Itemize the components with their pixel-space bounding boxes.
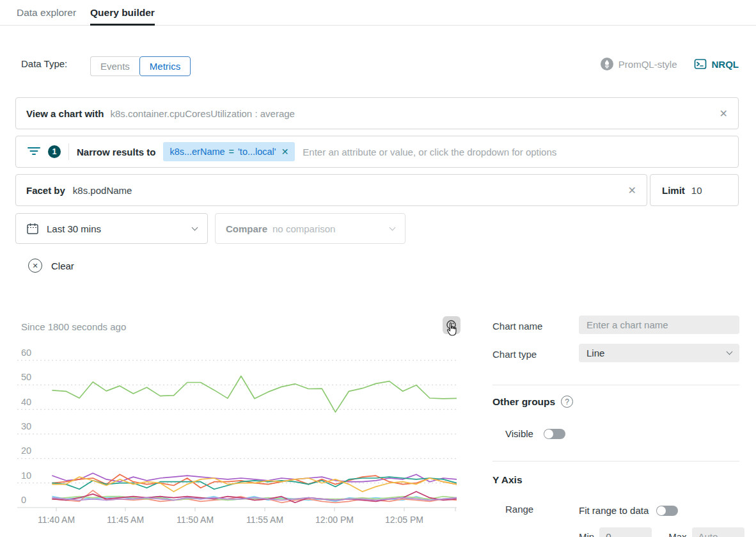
data-type-segmented-control: Events Metrics — [90, 56, 191, 76]
chart-since-title: Since 1800 seconds ago — [21, 321, 126, 332]
chart-type-select[interactable]: Line — [579, 344, 739, 362]
nrql-button[interactable]: NRQL — [694, 58, 739, 70]
narrow-results-row: 1 Narrow results to k8s...erName = 'to..… — [15, 136, 739, 168]
filter-icon — [28, 146, 40, 157]
max-input[interactable] — [692, 527, 744, 537]
limit-value: 10 — [691, 185, 702, 196]
x-axis-tick-label: 12:00 PM — [315, 515, 354, 525]
remove-metric-icon[interactable]: ✕ — [720, 108, 728, 120]
filter-chip-attribute: k8s...erName — [169, 147, 224, 157]
help-icon[interactable]: ? — [561, 396, 573, 408]
min-label: Min — [579, 531, 594, 537]
facet-by-label: Facet by — [26, 185, 65, 196]
view-chart-label: View a chart with — [26, 108, 104, 119]
series-green — [52, 376, 457, 412]
divider — [492, 385, 739, 385]
y-axis-tick-label: 50 — [21, 372, 31, 382]
min-max-row: Min Max — [579, 527, 744, 537]
y-axis-tick-label: 10 — [21, 470, 31, 481]
visible-label: Visible — [505, 428, 533, 439]
y-axis-tick-label: 60 — [21, 348, 31, 358]
y-axis-tick-label: 30 — [21, 421, 31, 431]
series-orange-red — [52, 474, 457, 488]
time-range-value: Last 30 mins — [47, 223, 101, 234]
fit-range-label: Fit range to data — [579, 505, 649, 516]
facet-by-value[interactable]: k8s.podName — [73, 185, 132, 196]
query-language-actions: PromQL-style NRQL — [601, 58, 739, 70]
x-axis-tick-label: 11:45 AM — [107, 515, 144, 525]
chart-type-label: Chart type — [492, 349, 537, 360]
fit-range-row: Fit range to data — [579, 505, 678, 516]
filter-chip-remove-icon[interactable]: ✕ — [281, 147, 289, 157]
max-label: Max — [668, 531, 686, 537]
query-builder-page: Data explorer Query builder Data Type: E… — [0, 0, 756, 537]
compare-picker[interactable]: Compare no comparison — [215, 213, 406, 244]
filter-count-badge: 1 — [48, 145, 61, 158]
y-axis-label: Y Axis — [492, 474, 523, 486]
clear-button[interactable]: ✕ Clear — [28, 259, 74, 273]
y-axis-tick-label: 0 — [21, 495, 26, 505]
fit-range-toggle[interactable] — [656, 506, 678, 516]
min-input[interactable] — [599, 527, 652, 537]
narrow-results-label: Narrow results to — [77, 147, 155, 157]
x-axis-tick-label: 12:05 PM — [385, 515, 423, 525]
visible-toggle[interactable] — [544, 429, 565, 439]
compare-label: Compare — [226, 223, 267, 234]
clear-label: Clear — [51, 260, 74, 271]
visible-row: Visible — [505, 428, 565, 439]
other-groups-label: Other groups — [492, 396, 555, 408]
nrql-label: NRQL — [712, 59, 739, 70]
filter-chip-value: 'to...local' — [238, 147, 276, 157]
chevron-down-icon — [192, 224, 198, 230]
time-range-picker[interactable]: Last 30 mins — [15, 213, 208, 244]
remove-facet-icon[interactable]: ✕ — [628, 184, 636, 196]
metric-selection-value[interactable]: k8s.container.cpuCoresUtilization : aver… — [110, 108, 295, 119]
terminal-icon — [694, 58, 707, 70]
clear-circle-x-icon: ✕ — [28, 259, 42, 273]
promql-style-button[interactable]: PromQL-style — [601, 58, 677, 70]
chart-type-value: Line — [587, 348, 604, 358]
view-chart-row: View a chart with k8s.container.cpuCores… — [15, 97, 739, 129]
chevron-down-icon — [390, 224, 396, 230]
filter-chip-operator: = — [229, 147, 234, 157]
calendar-icon — [26, 222, 39, 235]
tab-query-builder[interactable]: Query builder — [90, 0, 155, 25]
promql-style-label: PromQL-style — [618, 59, 677, 70]
tab-data-explorer-label: Data explorer — [17, 7, 76, 19]
active-tab-underline — [90, 24, 155, 26]
events-button[interactable]: Events — [90, 56, 139, 76]
tab-query-builder-label: Query builder — [90, 7, 155, 19]
chevron-down-icon — [727, 349, 733, 355]
metrics-button[interactable]: Metrics — [139, 56, 191, 76]
chart-options-icon — [443, 316, 461, 334]
range-label: Range — [505, 504, 533, 515]
compare-value: no comparison — [272, 223, 335, 234]
y-axis-tick-label: 40 — [21, 397, 31, 407]
x-axis-tick-label: 11:40 AM — [38, 515, 75, 525]
y-axis-tick-label: 20 — [21, 445, 31, 456]
data-type-label: Data Type: — [21, 58, 67, 69]
filter-chip[interactable]: k8s...erName = 'to...local' ✕ — [163, 142, 295, 161]
chart-options-button[interactable] — [443, 316, 461, 334]
tab-data-explorer[interactable]: Data explorer — [17, 0, 76, 25]
x-axis-tick-label: 11:50 AM — [177, 515, 214, 525]
facet-by-row: Facet by k8s.podName ✕ — [15, 174, 647, 206]
limit-label: Limit — [662, 185, 685, 196]
divider — [68, 143, 69, 160]
divider — [492, 461, 739, 461]
line-chart[interactable]: 605040302010011:40 AM11:45 AM11:50 AM11:… — [15, 343, 457, 537]
prometheus-icon — [601, 58, 613, 70]
other-groups-heading: Other groups ? — [492, 396, 573, 408]
top-tab-bar: Data explorer Query builder — [0, 0, 756, 26]
x-axis-tick-label: 11:55 AM — [246, 515, 283, 525]
chart-name-input[interactable] — [579, 316, 739, 334]
attribute-search-placeholder[interactable]: Enter an attribute or value, or click th… — [303, 147, 727, 157]
limit-box[interactable]: Limit 10 — [650, 174, 739, 206]
chart-name-label: Chart name — [492, 321, 542, 332]
y-axis-heading: Y Axis — [492, 474, 523, 486]
